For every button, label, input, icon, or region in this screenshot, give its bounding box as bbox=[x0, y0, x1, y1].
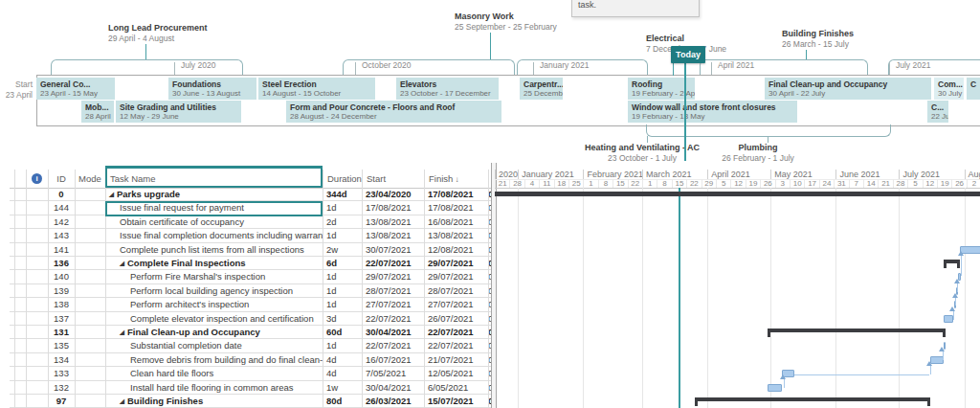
timeline-task-bar[interactable]: Site Grading and Utilities12 May - 29 Ju… bbox=[116, 101, 241, 123]
timeline-task-bar[interactable]: C bbox=[967, 78, 980, 100]
cell-id[interactable]: 137 bbox=[48, 312, 75, 325]
cell-dur[interactable]: 1d bbox=[323, 298, 362, 310]
table-row[interactable]: 135Substantial completion date1d22/07/20… bbox=[10, 339, 492, 352]
cell-dur[interactable]: 1d bbox=[323, 201, 362, 214]
table-row[interactable]: 132Install hard tile flooring in common … bbox=[10, 381, 492, 395]
cell-dur[interactable]: 1d bbox=[323, 270, 362, 283]
cell-finish[interactable]: 28/07/2021 bbox=[424, 284, 488, 297]
callout-task-name[interactable]: Plumbing bbox=[672, 143, 844, 152]
cell-task[interactable]: Perform local building agency inspection bbox=[105, 284, 323, 297]
cell-task[interactable]: ◢Building Finishes bbox=[105, 395, 323, 407]
cell-start[interactable]: 30/04/2021 bbox=[362, 326, 424, 338]
cell-start[interactable]: 29/07/2021 bbox=[362, 270, 424, 283]
cell-start[interactable]: 7/05/2021 bbox=[362, 367, 424, 379]
callout-task-name[interactable]: Long Lead Procurement bbox=[108, 23, 208, 33]
cell-id[interactable]: 133 bbox=[48, 367, 75, 379]
table-row[interactable]: 141Complete punch list items from all in… bbox=[10, 243, 492, 257]
collapse-triangle-icon[interactable]: ◢ bbox=[120, 260, 124, 266]
table-row[interactable]: 142Obtain certificate of occupancy2d13/0… bbox=[10, 215, 492, 229]
cell-finish[interactable]: 27/07/2021 bbox=[424, 298, 488, 310]
cell-start[interactable]: 30/04/2021 bbox=[362, 381, 424, 394]
timeline-task-bar[interactable]: Steel Erection14 August - 15 October bbox=[258, 78, 375, 100]
column-header-mode[interactable]: Mode bbox=[75, 170, 105, 188]
table-row[interactable]: 97◢Building Finishes80d26/03/202115/07/2… bbox=[10, 395, 492, 408]
cell-finish[interactable]: 26/07/2021 bbox=[424, 312, 488, 325]
cell-start[interactable]: 22/07/2021 bbox=[362, 257, 424, 269]
cell-finish[interactable]: 6/05/2021 bbox=[424, 381, 488, 394]
cell-task[interactable]: ◢Parks upgrade bbox=[105, 188, 323, 200]
cell-dur[interactable]: 6d bbox=[323, 257, 362, 269]
column-header-dur[interactable]: Duration bbox=[323, 170, 367, 188]
column-header-start[interactable]: Start bbox=[362, 170, 429, 188]
column-header-id[interactable]: ID bbox=[48, 170, 75, 188]
cell-id[interactable]: 135 bbox=[48, 339, 75, 351]
gantt-summary-bar[interactable] bbox=[695, 397, 931, 401]
cell-dur[interactable]: 3d bbox=[323, 312, 362, 325]
table-row[interactable]: 0◢Parks upgrade344d23/04/202017/08/20210 bbox=[10, 188, 492, 201]
cell-id[interactable]: 139 bbox=[48, 284, 75, 297]
cell-start[interactable]: 16/07/2021 bbox=[362, 353, 424, 366]
collapse-triangle-icon[interactable]: ◢ bbox=[109, 191, 114, 197]
cell-task[interactable]: ◢Complete Final Inspections bbox=[105, 257, 323, 269]
timeline-task-bar[interactable]: Elevators23 October - 17 December bbox=[396, 78, 499, 100]
cell-dur[interactable]: 2w bbox=[323, 243, 362, 256]
cell-start[interactable]: 28/07/2021 bbox=[362, 284, 424, 297]
timeline-band[interactable]: General Co...23 April - 15 MayFoundation… bbox=[36, 75, 980, 126]
cell-start[interactable]: 27/07/2021 bbox=[362, 298, 424, 310]
cell-id[interactable]: 142 bbox=[48, 215, 75, 228]
cell-start[interactable]: 22/07/2021 bbox=[362, 312, 424, 325]
cell-task[interactable]: Complete elevator inspection and certifi… bbox=[105, 312, 323, 325]
cell-dur[interactable]: 1d bbox=[323, 229, 362, 241]
cell-finish[interactable]: 17/08/2021 bbox=[424, 188, 488, 200]
cell-start[interactable]: 22/07/2021 bbox=[362, 339, 424, 351]
cell-start[interactable]: 30/07/2021 bbox=[362, 243, 424, 256]
cell-dur[interactable]: 4d bbox=[323, 353, 362, 366]
cell-task[interactable]: Issue final completion documents includi… bbox=[105, 229, 323, 241]
table-row[interactable]: 133Clean hard tile floors4d7/05/202112/0… bbox=[10, 367, 492, 380]
table-row[interactable]: 140Perform Fire Marshal's inspection1d29… bbox=[10, 270, 492, 283]
timeline-task-bar[interactable]: Final Clean-up and Occupancy30 April - 2… bbox=[765, 78, 931, 100]
cell-finish[interactable]: 12/08/2021 bbox=[424, 243, 488, 256]
timeline-task-bar[interactable]: Form and Pour Concrete - Floors and Roof… bbox=[286, 101, 501, 123]
callout-task-name[interactable]: Masonry Work bbox=[455, 11, 514, 21]
cell-start[interactable]: 23/04/2020 bbox=[362, 188, 424, 200]
cell-start[interactable]: 26/03/2021 bbox=[362, 395, 424, 407]
table-row[interactable]: 143Issue final completion documents incl… bbox=[10, 229, 492, 242]
timeline-task-bar[interactable]: Mob...28 April bbox=[81, 101, 114, 123]
pane-splitter[interactable] bbox=[491, 163, 497, 408]
cell-finish[interactable]: 16/08/2021 bbox=[424, 215, 488, 228]
collapse-triangle-icon[interactable]: ◢ bbox=[120, 329, 124, 335]
cell-dur[interactable]: 4d bbox=[323, 367, 362, 379]
table-row[interactable]: 136◢Complete Final Inspections6d22/07/20… bbox=[10, 257, 492, 270]
cell-id[interactable]: 138 bbox=[48, 298, 75, 310]
cell-dur[interactable]: 80d bbox=[323, 395, 362, 407]
cell-task[interactable]: Install hard tile flooring in common are… bbox=[105, 381, 323, 394]
cell-task[interactable]: Complete punch list items from all inspe… bbox=[105, 243, 323, 256]
timeline-task-bar[interactable]: Com...30 July bbox=[934, 78, 964, 100]
gantt-task-bar[interactable] bbox=[768, 384, 782, 392]
cell-task[interactable]: Perform architect's inspection bbox=[105, 298, 323, 310]
cell-id[interactable]: 134 bbox=[48, 353, 75, 366]
cell-finish[interactable]: 22/07/2021 bbox=[424, 339, 488, 351]
cell-id[interactable]: 144 bbox=[48, 201, 75, 214]
cell-dur[interactable]: 344d bbox=[323, 188, 362, 200]
cell-finish[interactable]: 17/08/2021 bbox=[424, 201, 488, 214]
cell-task[interactable]: Perform Fire Marshal's inspection bbox=[105, 270, 323, 283]
timeline-task-bar[interactable]: General Co...23 April - 15 May bbox=[36, 78, 115, 100]
cell-task[interactable]: ◢Final Clean-up and Occupancy bbox=[105, 326, 323, 338]
cell-task[interactable]: Obtain certificate of occupancy bbox=[105, 215, 323, 228]
cell-id[interactable]: 143 bbox=[48, 229, 75, 241]
cell-start[interactable]: 13/08/2021 bbox=[362, 215, 424, 228]
timeline-task-bar[interactable]: Carpentr...25 December bbox=[520, 78, 563, 100]
callout-task-name[interactable]: Building Finishes bbox=[782, 29, 854, 38]
cell-id[interactable]: 136 bbox=[48, 257, 75, 269]
timeline-task-bar[interactable]: C...22 July bbox=[927, 101, 948, 123]
column-header-finish[interactable]: Finish ↓ bbox=[424, 170, 493, 188]
cell-id[interactable]: 140 bbox=[48, 270, 75, 283]
timeline-task-bar[interactable]: Window wall and store front closures19 F… bbox=[628, 101, 797, 123]
cell-finish[interactable]: 29/07/2021 bbox=[424, 270, 488, 283]
cell-id[interactable]: 0 bbox=[48, 188, 75, 200]
cell-finish[interactable]: 29/07/2021 bbox=[424, 257, 488, 269]
cell-dur[interactable]: 1d bbox=[323, 284, 362, 297]
cell-dur[interactable]: 2d bbox=[323, 215, 362, 228]
